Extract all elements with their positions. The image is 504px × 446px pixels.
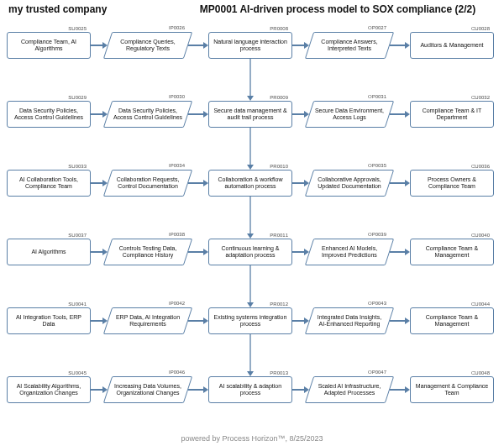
arrow-down-icon: [245, 59, 255, 101]
arrow-right-icon: [91, 248, 108, 256]
supplier-node-row4: SU0037AI Algorithms: [7, 239, 91, 265]
process-node-row4: PR0011Continuous learning & adaptation p…: [208, 239, 292, 265]
node-text: Continuous learning & adaptation process: [212, 245, 289, 260]
header: my trusted company MP0001 AI-driven proc…: [0, 3, 504, 15]
arrow-right-icon: [188, 41, 208, 50]
node-code: SU0025: [68, 26, 87, 32]
arrow-right-icon: [91, 41, 108, 50]
node-code: PR0013: [270, 370, 288, 376]
node-text: Secure data management & audit trail pro…: [212, 108, 289, 122]
arrow-right-icon: [188, 179, 208, 187]
node-code: CU0032: [471, 95, 490, 101]
supplier-node-row2: SU0029Data Security Policies, Access Con…: [7, 101, 91, 128]
node-code: OP0031: [368, 94, 386, 100]
customer-node-row1: CU0028Auditors & Management: [410, 32, 494, 59]
node-code: PR0010: [270, 164, 288, 170]
node-text: Enhanced AI Models, Improved Predictions: [309, 244, 390, 261]
arrow-right-icon: [188, 110, 208, 118]
node-text: AI Scalability Algorithms, Organization …: [10, 383, 87, 397]
node-text: AI Collaboration Tools, Compliance Team: [10, 176, 87, 191]
arrow-right-icon: [91, 179, 108, 187]
node-code: CU0040: [471, 233, 490, 239]
input-node-row3: IP0034Collaboration Requests, Control Do…: [108, 170, 188, 197]
input-node-row2: IP0030Data Security Policies, Access Con…: [108, 101, 188, 128]
supplier-node-row1: SU0025Compliance Team, AI Algorithms: [7, 32, 91, 59]
node-text: Scaled AI Infrastructure, Adapted Proces…: [309, 381, 390, 399]
node-text: Compliance Team & Management: [413, 314, 491, 328]
node-code: IP0034: [169, 163, 185, 169]
arrow-right-icon: [91, 110, 108, 118]
node-code: PR0011: [270, 233, 288, 239]
node-text: Management & Compliance Team: [413, 383, 491, 397]
node-code: PR0009: [270, 95, 288, 101]
arrow-right-icon: [91, 317, 108, 325]
node-code: SU0029: [68, 95, 87, 101]
node-code: SU0033: [68, 164, 87, 170]
process-node-row3: PR0010Collaboration & workflow automatio…: [208, 170, 292, 197]
arrow-right-icon: [292, 317, 309, 325]
arrow-right-icon: [390, 110, 410, 118]
node-text: Natural language interaction process: [212, 39, 289, 53]
node-text: AI Integration Tools, ERP Data: [10, 314, 87, 328]
node-text: Auditors & Management: [420, 42, 483, 49]
arrow-down-icon: [245, 197, 255, 239]
arrow-right-icon: [292, 386, 309, 394]
node-code: OP0047: [368, 370, 386, 375]
node-code: CU0044: [471, 302, 490, 307]
arrow-right-icon: [292, 248, 309, 256]
output-node-row3: OP0035Collaborative Approvals, Updated D…: [309, 170, 390, 197]
arrow-right-icon: [292, 41, 309, 50]
process-node-row1: PR0008Natural language interaction proce…: [208, 32, 292, 59]
input-node-row1: IP0026Compliance Queries, Regulatory Tex…: [108, 32, 188, 59]
node-code: SU0037: [68, 233, 87, 239]
input-node-row6: IP0046Increasing Data Volumes, Organizat…: [108, 376, 188, 403]
node-code: IP0042: [169, 301, 185, 307]
supplier-node-row5: SU0041AI Integration Tools, ERP Data: [7, 307, 91, 334]
node-text: Data Security Policies, Access Control G…: [108, 106, 188, 123]
output-node-row6: OP0047Scaled AI Infrastructure, Adapted …: [309, 376, 390, 403]
arrow-down-icon: [245, 265, 255, 307]
input-node-row4: IP0038Controls Testing Data, Compliance …: [108, 239, 188, 265]
customer-node-row3: CU0036Process Owners & Compliance Team: [410, 170, 494, 197]
node-text: Compliance Team, AI Algorithms: [10, 39, 87, 53]
customer-node-row4: CU0040Compliance Team & Management: [410, 239, 494, 265]
output-node-row4: OP0039Enhanced AI Models, Improved Predi…: [309, 239, 390, 265]
arrow-right-icon: [390, 179, 410, 187]
node-text: Controls Testing Data, Compliance Histor…: [108, 244, 188, 261]
node-text: Increasing Data Volumes, Organizational …: [108, 381, 188, 399]
node-code: OP0043: [368, 301, 386, 307]
input-node-row5: IP0042ERP Data, AI Integration Requireme…: [108, 307, 188, 334]
arrow-right-icon: [91, 386, 108, 394]
node-text: Collaboration & workflow automation proc…: [212, 176, 289, 191]
node-text: Data Security Policies, Access Control G…: [10, 108, 87, 122]
arrow-right-icon: [292, 110, 309, 118]
node-text: Collaborative Approvals, Updated Documen…: [309, 175, 390, 192]
node-code: SU0045: [68, 370, 87, 376]
process-node-row2: PR0009Secure data management & audit tra…: [208, 101, 292, 128]
node-text: ERP Data, AI Integration Requirements: [108, 312, 188, 330]
node-text: Integrated Data Insights, AI-Enhanced Re…: [309, 312, 390, 330]
node-text: Process Owners & Compliance Team: [413, 176, 491, 191]
arrow-right-icon: [390, 41, 410, 50]
output-node-row2: OP0031Secure Data Environment, Access Lo…: [309, 101, 390, 128]
arrow-right-icon: [390, 317, 410, 325]
supplier-node-row3: SU0033AI Collaboration Tools, Compliance…: [7, 170, 91, 197]
company-name: my trusted company: [0, 3, 176, 15]
node-code: PR0008: [270, 26, 288, 32]
node-code: CU0036: [471, 164, 490, 170]
arrow-right-icon: [188, 248, 208, 256]
node-code: IP0038: [169, 232, 185, 238]
node-code: SU0041: [68, 302, 87, 307]
arrow-right-icon: [390, 386, 410, 394]
customer-node-row5: CU0044Compliance Team & Management: [410, 307, 494, 334]
page-title: MP0001 AI-driven process model to SOX co…: [176, 3, 504, 15]
node-code: PR0012: [270, 302, 288, 307]
arrow-right-icon: [390, 248, 410, 256]
node-text: Existing systems integration process: [212, 314, 289, 328]
node-code: OP0035: [368, 163, 386, 169]
customer-node-row2: CU0032Compliance Team & IT Department: [410, 101, 494, 128]
node-text: Secure Data Environment, Access Logs: [309, 106, 390, 123]
node-text: Collaboration Requests, Control Document…: [108, 175, 188, 192]
arrow-right-icon: [188, 386, 208, 394]
arrow-right-icon: [188, 317, 208, 325]
